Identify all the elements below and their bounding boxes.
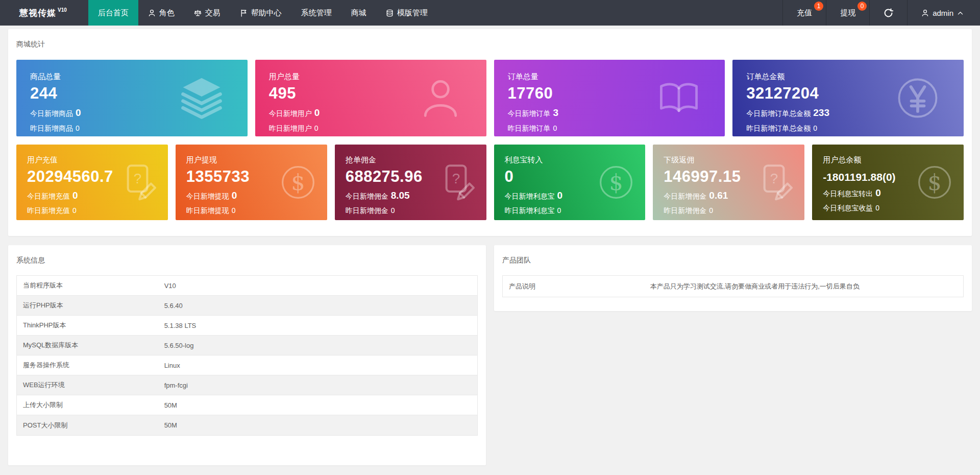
- table-row: MySQL数据库版本5.6.50-log: [17, 336, 477, 355]
- stat-line-label: 昨日新增提现: [186, 206, 229, 215]
- yen-circle-icon: [893, 74, 942, 123]
- mall-stats-panel: 商城统计 商品总量 244 今日新增商品0 昨日新增商品0 用户总量 495 今…: [8, 29, 972, 236]
- dollar-circle-icon: $: [914, 161, 955, 203]
- table-row: 产品说明本产品只为学习测试交流,请勿要做商业或者用于违法行为,一切后果自负: [503, 276, 963, 297]
- stat-line-label: 昨日新增用户: [269, 124, 312, 132]
- stat-yesterday-line: 昨日新增提现0: [186, 206, 327, 215]
- stats-row-1: 商品总量 244 今日新增商品0 昨日新增商品0 用户总量 495 今日新增用户…: [16, 60, 964, 136]
- table-row: POST大小限制50M: [17, 415, 477, 435]
- row-label: 上传大小限制: [17, 400, 164, 410]
- nav-item-mall[interactable]: 商城: [341, 0, 376, 26]
- flag-icon: [240, 9, 248, 17]
- refresh-button[interactable]: [869, 0, 907, 26]
- bottom-section: 系统信息 当前程序版本V10 运行PHP版本5.6.40 ThinkPHP版本5…: [8, 245, 972, 465]
- table-row: ThinkPHP版本5.1.38 LTS: [17, 316, 477, 336]
- row-value: 5.6.40: [164, 302, 477, 310]
- stat-line-label: 今日新增佣金: [664, 192, 706, 200]
- page-content: 商城统计 商品总量 244 今日新增商品0 昨日新增商品0 用户总量 495 今…: [0, 26, 980, 465]
- app-logo[interactable]: 慧视传媒 V10: [0, 0, 88, 26]
- stat-line-value: 0: [314, 107, 320, 118]
- stat-yesterday-line: 昨日新增佣金0: [664, 206, 804, 215]
- stat-line-label: 今日新增用户: [269, 109, 312, 117]
- stat-line-value: 233: [813, 107, 829, 118]
- main-menu: 后台首页 角色 交易 帮助中心 系统管理 商城 模版管理: [88, 0, 437, 26]
- dollar-circle-icon: $: [277, 161, 319, 203]
- nav-item-system[interactable]: 系统管理: [291, 0, 341, 26]
- stat-line-label: 今日新增订单总金额: [746, 109, 811, 117]
- stat-yesterday-line: 昨日新增利息宝0: [505, 206, 646, 215]
- product-team-table: 产品说明本产品只为学习测试交流,请勿要做商业或者用于违法行为,一切后果自负: [502, 275, 964, 297]
- document-edit-icon: ?: [436, 161, 478, 203]
- nav-item-help-center[interactable]: 帮助中心: [230, 0, 291, 26]
- row-value: V10: [164, 282, 477, 290]
- stat-line-value: 0: [709, 206, 713, 215]
- recharge-button[interactable]: 充值 1: [782, 0, 826, 26]
- row-label: WEB运行环境: [17, 381, 164, 390]
- refresh-icon: [884, 8, 893, 18]
- stat-line-label: 昨日新增佣金: [346, 206, 388, 215]
- table-row: WEB运行环境fpm-fcgi: [17, 375, 477, 395]
- document-edit-icon: ?: [118, 161, 160, 203]
- row-label: 运行PHP版本: [17, 301, 164, 310]
- stat-line-label: 今日新增提现: [186, 192, 229, 200]
- stat-card-user-total-balance: 用户总余额 -1801191.88(0) 今日利息宝转出0 今日利息宝收益0 $: [812, 145, 964, 220]
- stat-line-value: 0: [76, 124, 80, 132]
- stat-line-value: 0: [232, 190, 237, 201]
- panel-title: 产品团队: [502, 256, 964, 265]
- nav-item-trade[interactable]: 交易: [184, 0, 230, 26]
- row-value: 5.1.38 LTS: [164, 322, 477, 329]
- stat-card-user-recharge: 用户充值 20294560.7 今日新增充值0 昨日新增充值0 ?: [16, 145, 168, 220]
- stat-line-label: 昨日新增订单: [508, 124, 551, 132]
- header-actions: 充值 1 提现 0 admin: [782, 0, 980, 26]
- stat-yesterday-line: 昨日新增订单0: [508, 124, 725, 133]
- nav-label: 帮助中心: [251, 8, 282, 18]
- table-row: 服务器操作系统Linux: [17, 355, 477, 375]
- username: admin: [933, 9, 953, 17]
- row-label: 产品说明: [503, 282, 650, 291]
- stat-line-label: 今日新增利息宝: [505, 192, 555, 200]
- svg-text:?: ?: [770, 171, 778, 186]
- stat-line-value: 0: [314, 124, 318, 132]
- stat-line-label: 昨日新增充值: [27, 206, 70, 215]
- panel-title: 商城统计: [16, 40, 964, 49]
- stat-line-value: 0: [553, 124, 557, 132]
- stat-line-value: 0: [557, 190, 563, 201]
- table-row: 运行PHP版本5.6.40: [17, 296, 477, 316]
- user-icon: [148, 9, 156, 17]
- stat-card-sub-rebate: 下级返佣 146997.15 今日新增佣金0.61 昨日新增佣金0 ?: [653, 145, 804, 220]
- stats-row-2: 用户充值 20294560.7 今日新增充值0 昨日新增充值0 ? 用户提现 1…: [16, 145, 964, 220]
- row-label: ThinkPHP版本: [17, 321, 164, 330]
- document-edit-icon: ?: [754, 161, 796, 203]
- user-menu[interactable]: admin: [907, 0, 980, 26]
- withdraw-button[interactable]: 提现 0: [826, 0, 869, 26]
- row-label: 服务器操作系统: [17, 361, 164, 370]
- stat-line-value: 0: [875, 187, 881, 198]
- stat-line-value: 3: [553, 107, 559, 118]
- stat-yesterday-line: 昨日新增订单总金额0: [746, 124, 964, 133]
- top-nav: 慧视传媒 V10 后台首页 角色 交易 帮助中心 系统管理 商城 模版管理: [0, 0, 980, 26]
- stat-line-label: 昨日新增订单总金额: [746, 124, 811, 132]
- nav-label: 交易: [205, 8, 220, 18]
- system-info-table: 当前程序版本V10 运行PHP版本5.6.40 ThinkPHP版本5.1.38…: [16, 275, 478, 436]
- stat-card-interest-transfer-in: 利息宝转入 0 今日新增利息宝0 昨日新增利息宝0 $: [494, 145, 646, 220]
- stat-card-order-total-amount: 订单总金额 32127204 今日新增订单总金额233 昨日新增订单总金额0: [732, 60, 964, 136]
- scales-icon: [194, 9, 202, 17]
- dollar-circle-icon: $: [595, 161, 637, 203]
- svg-text:?: ?: [452, 171, 460, 186]
- stat-yesterday-line: 昨日新增充值0: [27, 206, 168, 215]
- stat-card-total-users: 用户总量 495 今日新增用户0 昨日新增用户0: [255, 60, 486, 136]
- stat-line-value: 8.05: [391, 190, 410, 201]
- row-value: 5.6.50-log: [164, 342, 477, 349]
- nav-item-dashboard[interactable]: 后台首页: [88, 0, 138, 26]
- stat-line-value: 0: [813, 124, 817, 132]
- nav-item-roles[interactable]: 角色: [138, 0, 184, 26]
- nav-item-templates[interactable]: 模版管理: [376, 0, 437, 26]
- nav-label: 商城: [351, 8, 366, 18]
- layers-icon: [177, 74, 226, 123]
- stat-line-label: 昨日新增商品: [30, 124, 73, 132]
- row-label: POST大小限制: [17, 421, 164, 430]
- recharge-label: 充值: [797, 8, 812, 18]
- row-value: 本产品只为学习测试交流,请勿要做商业或者用于违法行为,一切后果自负: [650, 282, 963, 291]
- stat-line-value: 0: [232, 206, 236, 215]
- row-value: Linux: [164, 362, 477, 369]
